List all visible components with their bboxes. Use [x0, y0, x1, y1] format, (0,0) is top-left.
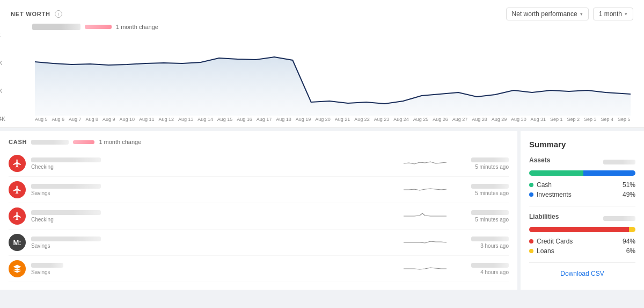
account-name-blurred	[31, 157, 101, 162]
account-type-2: Savings	[31, 190, 404, 196]
net-worth-info-icon[interactable]: i	[55, 10, 62, 18]
chart-svg	[35, 32, 631, 116]
airplane-icon	[12, 159, 22, 168]
sparkline-2	[404, 182, 447, 198]
x-label: Aug 19	[296, 117, 311, 122]
account-time-4: 3 hours ago	[455, 243, 509, 249]
net-worth-section: NET WORTH i Net worth performance ▾ 1 mo…	[0, 0, 644, 128]
x-label: Aug 26	[433, 117, 448, 122]
account-row: M: Savings 3 hours ago	[9, 230, 509, 256]
account-info-1: Checking	[31, 157, 404, 170]
y-label-3: -$6.9K	[0, 88, 5, 94]
shape-icon	[12, 264, 22, 274]
loans-dot	[529, 249, 533, 253]
x-label: Aug 6	[52, 117, 64, 122]
x-label: Sep 1	[550, 117, 563, 122]
summary-divider-2	[529, 262, 635, 263]
chart-area	[35, 57, 631, 116]
loans-label: Loans	[537, 247, 554, 255]
x-label: Aug 14	[197, 117, 213, 122]
header-controls: Net worth performance ▾ 1 month ▾	[506, 8, 633, 20]
period-dropdown[interactable]: 1 month ▾	[593, 8, 633, 20]
net-worth-chart	[35, 32, 631, 116]
account-meta-2: 5 minutes ago	[455, 184, 509, 196]
x-label: Aug 10	[119, 117, 135, 122]
legend-bar-pink	[85, 25, 112, 29]
account-time-2: 5 minutes ago	[455, 190, 509, 196]
y-axis-labels: $4.7K -$2.4K -$6.9K -$11.4K	[0, 32, 5, 122]
investments-pct: 49%	[623, 191, 635, 198]
account-list: Checking 5 minutes ago	[9, 151, 509, 282]
account-meta-4: 3 hours ago	[455, 237, 509, 249]
sparkline-3	[404, 208, 447, 224]
x-label: Sep 5	[618, 117, 631, 122]
cash-legend-bar	[73, 140, 94, 144]
account-icon-2	[9, 181, 26, 198]
x-label: Aug 7	[69, 117, 82, 122]
account-time-3: 5 minutes ago	[455, 217, 509, 223]
account-type-1: Checking	[31, 164, 404, 170]
x-label: Aug 5	[35, 117, 48, 122]
page-wrapper: NET WORTH i Net worth performance ▾ 1 mo…	[0, 0, 644, 308]
account-info-4: Savings	[31, 237, 404, 249]
cash-segment	[529, 170, 583, 176]
account-name-blurred	[31, 184, 101, 189]
cash-section: CASH 1 month change Checking	[0, 131, 517, 290]
sparkline-4	[404, 234, 447, 250]
cash-title: CASH	[9, 139, 27, 145]
x-label: Sep 3	[584, 117, 597, 122]
net-worth-header: NET WORTH i Net worth performance ▾ 1 mo…	[11, 8, 633, 20]
liabilities-legend: Credit Cards 94% Loans 6%	[529, 238, 635, 255]
account-row: Checking 5 minutes ago	[9, 203, 509, 230]
account-time-1: 5 minutes ago	[455, 164, 509, 170]
cash-change-label: 1 month change	[99, 139, 141, 145]
cash-dot	[529, 183, 533, 187]
x-label: Sep 2	[567, 117, 580, 122]
x-axis-labels: Aug 5 Aug 6 Aug 7 Aug 8 Aug 9 Aug 10 Aug…	[35, 117, 631, 122]
airplane-icon	[12, 185, 22, 195]
account-info-2: Savings	[31, 184, 404, 196]
x-label: Aug 18	[276, 117, 291, 122]
y-label-1: $4.7K	[0, 32, 5, 38]
credit-cards-dot	[529, 239, 533, 243]
liabilities-progress-bar	[529, 227, 635, 232]
download-csv-link[interactable]: Download CSV	[560, 270, 604, 277]
account-meta-3: 5 minutes ago	[455, 210, 509, 223]
account-row: Savings 4 hours ago	[9, 256, 509, 282]
account-icon-3	[9, 207, 26, 225]
liabilities-value-blurred	[603, 216, 635, 221]
x-label: Aug 9	[103, 117, 115, 122]
net-worth-title: NET WORTH	[11, 11, 50, 17]
cash-header: CASH 1 month change	[9, 139, 509, 145]
x-label: Aug 23	[374, 117, 390, 122]
cash-pct: 51%	[623, 181, 635, 189]
account-row: Savings 5 minutes ago	[9, 177, 509, 203]
credit-cards-pct: 94%	[623, 238, 635, 245]
chart-legend: 1 month change	[32, 24, 633, 30]
account-value-blurred	[471, 210, 509, 215]
performance-dropdown[interactable]: Net worth performance ▾	[506, 8, 589, 20]
cash-label: Cash	[537, 181, 552, 189]
x-label: Aug 24	[393, 117, 409, 122]
investments-label: Investments	[537, 191, 572, 198]
account-name-blurred	[31, 210, 101, 215]
account-value-blurred	[471, 157, 509, 162]
legend-item-credit-cards: Credit Cards 94%	[529, 238, 635, 245]
assets-progress-bar	[529, 170, 635, 176]
account-icon-5	[9, 260, 26, 277]
account-meta-5: 4 hours ago	[455, 263, 509, 275]
account-type-3: Checking	[31, 217, 404, 223]
net-worth-value-blurred	[32, 24, 80, 30]
legend-item-investments: Investments 49%	[529, 191, 635, 198]
x-label: Aug 17	[257, 117, 272, 122]
x-label: Aug 25	[413, 117, 429, 122]
legend-item-cash: Cash 51%	[529, 181, 635, 189]
y-label-4: -$11.4K	[0, 116, 5, 122]
cash-value-blurred	[31, 140, 69, 145]
assets-value-blurred	[603, 160, 635, 164]
credit-cards-segment	[529, 227, 629, 232]
y-label-2: -$2.4K	[0, 60, 5, 66]
account-info-5: Savings	[31, 263, 404, 275]
investments-dot	[529, 192, 533, 197]
x-label: Aug 31	[531, 117, 546, 122]
